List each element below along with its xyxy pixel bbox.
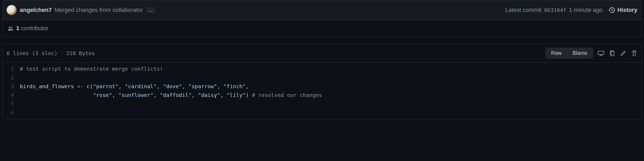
history-link[interactable]: History: [609, 7, 637, 14]
edit-icon[interactable]: [620, 50, 626, 56]
code-content[interactable]: birds_and_flowers <- c("parrot", "cardin…: [20, 82, 249, 91]
more-button[interactable]: …: [146, 7, 155, 13]
code-line: 1# test script to demonstrate merge conf…: [2, 65, 642, 73]
raw-blame-group: Raw Blame: [545, 48, 593, 59]
code-line: 5: [2, 100, 642, 108]
blame-button[interactable]: Blame: [567, 48, 593, 58]
line-number[interactable]: 1: [2, 65, 20, 73]
history-label: History: [617, 7, 637, 14]
latest-commit-label: Latest commit: [505, 7, 542, 14]
desktop-icon[interactable]: [598, 50, 604, 56]
file-bytes: 218 Bytes: [66, 50, 95, 56]
code-line: 4 "rose", "sunflower", "daffodil", "dais…: [2, 91, 642, 100]
commit-sha[interactable]: 063104f: [544, 7, 566, 13]
commit-time[interactable]: 1 minute ago: [569, 7, 603, 14]
file-header: 6 lines (3 sloc) 218 Bytes Raw Blame: [2, 44, 642, 62]
line-number[interactable]: 5: [2, 100, 20, 108]
file-box: 6 lines (3 sloc) 218 Bytes Raw Blame 1# …: [2, 44, 642, 119]
commit-bar: angelchen7 Merged changes from collabora…: [2, 0, 642, 20]
code-content[interactable]: # test script to demonstrate merge confl…: [20, 65, 163, 73]
contributors-bar: 1 contributor: [2, 20, 642, 37]
code-line: 2: [2, 73, 642, 82]
contributor-count: 1: [16, 25, 19, 32]
commit-message[interactable]: Merged changes from collaborator: [54, 7, 143, 13]
lines-sloc: 6 lines (3 sloc): [7, 50, 58, 56]
copy-icon[interactable]: [609, 50, 615, 56]
commit-right: Latest commit 063104f 1 minute ago Histo…: [505, 7, 637, 14]
commit-left: angelchen7 Merged changes from collabora…: [7, 5, 155, 15]
stats-divider: [62, 50, 62, 57]
avatar[interactable]: [7, 5, 17, 15]
history-icon: [609, 7, 615, 13]
trash-icon[interactable]: [631, 50, 637, 56]
people-icon: [8, 25, 13, 31]
author-link[interactable]: angelchen7: [20, 7, 52, 13]
code-line: 3birds_and_flowers <- c("parrot", "cardi…: [2, 82, 642, 91]
commit-text: angelchen7 Merged changes from collabora…: [20, 7, 143, 14]
code-content[interactable]: "rose", "sunflower", "daffodil", "daisy"…: [20, 91, 322, 100]
line-number[interactable]: 3: [2, 82, 20, 91]
file-actions: Raw Blame: [545, 48, 637, 59]
code-line: 6: [2, 108, 642, 117]
contributor-label: contributor: [21, 25, 48, 32]
code-area[interactable]: 1# test script to demonstrate merge conf…: [2, 62, 642, 119]
line-number[interactable]: 2: [2, 73, 20, 82]
file-stats: 6 lines (3 sloc) 218 Bytes: [7, 50, 95, 57]
line-number[interactable]: 4: [2, 91, 20, 100]
line-number[interactable]: 6: [2, 108, 20, 117]
raw-button[interactable]: Raw: [546, 48, 567, 58]
